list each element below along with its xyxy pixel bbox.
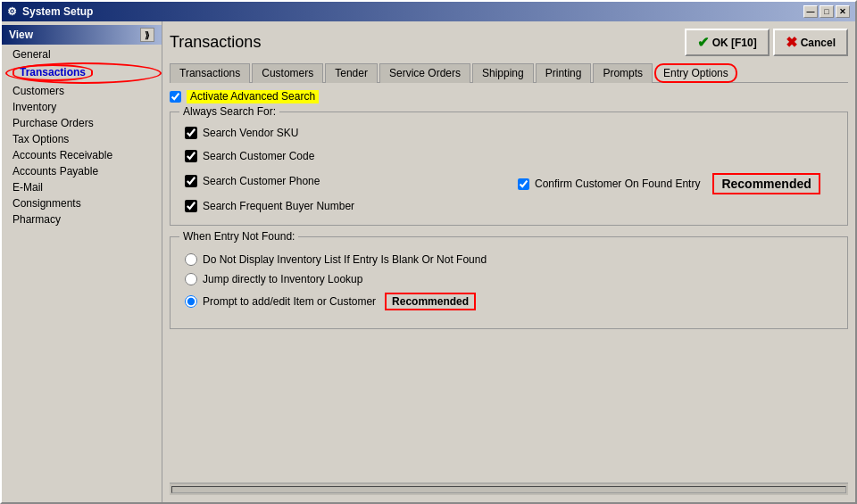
main-content: Transactions ✔ OK [F10] ✖ Cancel Transac…: [162, 21, 855, 502]
window-title: System Setup: [22, 5, 93, 18]
do-not-display-label: Do Not Display Inventory List If Entry I…: [203, 253, 487, 266]
sidebar-item-general[interactable]: General: [2, 46, 162, 62]
maximize-button[interactable]: □: [820, 5, 834, 18]
minimize-button[interactable]: —: [803, 5, 818, 18]
activate-advanced-search-row: Activate Advanced Search: [170, 90, 848, 103]
main-header: Transactions ✔ OK [F10] ✖ Cancel: [170, 29, 848, 56]
confirm-customer-checkbox[interactable]: [518, 178, 529, 190]
sidebar-item-customers[interactable]: Customers: [2, 83, 162, 99]
sidebar-header-label: View: [9, 29, 33, 41]
tab-customers[interactable]: Customers: [252, 63, 323, 83]
sidebar-item-accounts-receivable[interactable]: Accounts Receivable: [2, 147, 162, 163]
jump-directly-label: Jump directly to Inventory Lookup: [203, 273, 362, 285]
header-buttons: ✔ OK [F10] ✖ Cancel: [685, 29, 848, 56]
tab-tender[interactable]: Tender: [325, 63, 378, 83]
tab-transactions[interactable]: Transactions: [170, 63, 250, 83]
title-bar-controls: — □ ✕: [803, 5, 850, 18]
search-frequent-buyer-checkbox[interactable]: [185, 200, 197, 212]
prompt-to-add-label: Prompt to add/edit Item or Customer: [203, 295, 376, 308]
sidebar-item-email[interactable]: E-Mail: [2, 179, 162, 195]
sidebar-item-tax-options[interactable]: Tax Options: [2, 131, 162, 147]
sidebar-collapse-button[interactable]: ⟫: [140, 28, 154, 42]
ok-button[interactable]: ✔ OK [F10]: [685, 29, 770, 56]
when-entry-not-found-label: When Entry Not Found:: [179, 230, 298, 243]
confirm-customer-label: Confirm Customer On Found Entry: [535, 178, 700, 190]
empty-cell-1: [518, 127, 833, 145]
tab-printing[interactable]: Printing: [536, 63, 592, 83]
empty-cell-3: [518, 200, 833, 218]
system-setup-window: ⚙ System Setup — □ ✕ View ⟫ General Tran…: [0, 0, 857, 504]
sidebar-item-purchase-orders[interactable]: Purchase Orders: [2, 115, 162, 131]
title-bar: ⚙ System Setup — □ ✕: [2, 2, 855, 21]
when-entry-not-found-group: When Entry Not Found: Do Not Display Inv…: [170, 236, 848, 329]
close-button[interactable]: ✕: [836, 5, 850, 18]
search-customer-phone-row: Search Customer Phone: [185, 173, 500, 189]
activate-advanced-search-label[interactable]: Activate Advanced Search: [187, 90, 319, 103]
search-customer-phone-checkbox[interactable]: [185, 175, 197, 187]
empty-cell-2: [518, 150, 833, 168]
x-icon: ✖: [786, 34, 797, 51]
tab-shipping[interactable]: Shipping: [472, 63, 534, 83]
scroll-track[interactable]: [171, 486, 846, 493]
horizontal-scrollbar[interactable]: [170, 483, 848, 495]
search-frequent-buyer-row: Search Frequent Buyer Number: [185, 200, 500, 212]
sidebar: View ⟫ General Transactions Customers In…: [2, 21, 162, 502]
sidebar-item-consignments[interactable]: Consignments: [2, 195, 162, 211]
do-not-display-row: Do Not Display Inventory List If Entry I…: [185, 253, 833, 266]
radio-options: Do Not Display Inventory List If Entry I…: [185, 253, 833, 310]
tab-entry-options[interactable]: Entry Options: [654, 63, 737, 83]
checkboxes-grid: Search Vendor SKU Search Customer Code: [185, 127, 833, 218]
tab-service-orders[interactable]: Service Orders: [379, 63, 470, 83]
sidebar-item-pharmacy[interactable]: Pharmacy: [2, 211, 162, 227]
search-vendor-sku-row: Search Vendor SKU: [185, 127, 500, 139]
jump-directly-radio[interactable]: [185, 273, 197, 285]
recommended-badge-small: Recommended: [385, 293, 476, 310]
activate-advanced-search-checkbox[interactable]: [170, 91, 181, 103]
window-icon: ⚙: [7, 5, 17, 18]
search-vendor-sku-checkbox[interactable]: [185, 127, 197, 139]
confirm-customer-row: Confirm Customer On Found Entry Recommen…: [518, 173, 833, 194]
prompt-to-add-row: Prompt to add/edit Item or Customer Reco…: [185, 293, 833, 310]
search-vendor-sku-label: Search Vendor SKU: [203, 127, 298, 139]
jump-directly-row: Jump directly to Inventory Lookup: [185, 273, 833, 285]
page-title: Transactions: [170, 33, 261, 52]
search-customer-code-label: Search Customer Code: [203, 150, 314, 162]
search-customer-code-checkbox[interactable]: [185, 150, 197, 162]
check-icon: ✔: [697, 34, 709, 51]
sidebar-item-accounts-payable[interactable]: Accounts Payable: [2, 163, 162, 179]
search-frequent-buyer-label: Search Frequent Buyer Number: [203, 200, 354, 212]
sidebar-header: View ⟫: [2, 25, 162, 45]
sidebar-item-transactions[interactable]: Transactions: [2, 62, 162, 83]
do-not-display-radio[interactable]: [185, 253, 197, 266]
cancel-button[interactable]: ✖ Cancel: [773, 29, 848, 56]
sidebar-item-inventory[interactable]: Inventory: [2, 99, 162, 115]
always-search-for-group: Always Search For: Search Vendor SKU Sea: [170, 112, 848, 226]
tabs-bar: Transactions Customers Tender Service Or…: [170, 63, 848, 83]
search-customer-phone-label: Search Customer Phone: [203, 175, 320, 187]
always-search-for-label: Always Search For:: [179, 105, 279, 118]
content-area: Activate Advanced Search Always Search F…: [170, 90, 848, 483]
recommended-badge: Recommended: [712, 173, 820, 194]
tab-prompts[interactable]: Prompts: [593, 63, 653, 83]
prompt-to-add-radio[interactable]: [185, 295, 197, 308]
search-customer-code-row: Search Customer Code: [185, 150, 500, 162]
window-body: View ⟫ General Transactions Customers In…: [2, 21, 855, 502]
